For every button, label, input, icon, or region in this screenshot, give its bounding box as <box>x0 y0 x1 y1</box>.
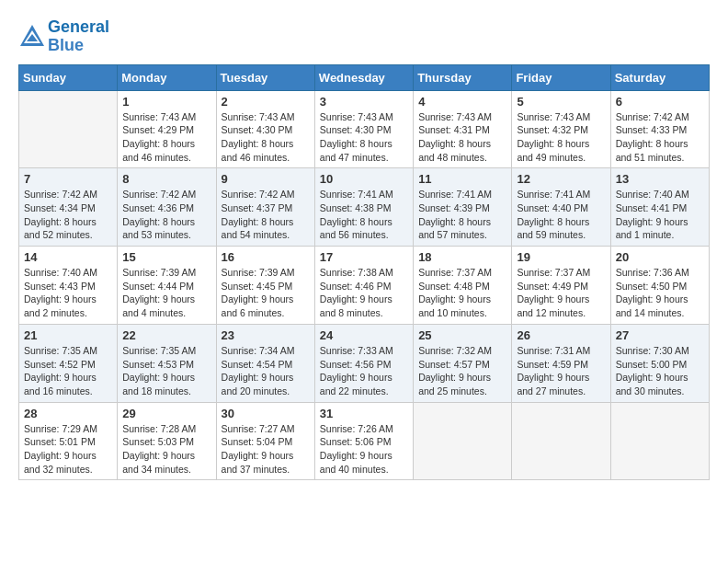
day-number: 6 <box>616 95 704 109</box>
day-number: 29 <box>122 407 210 420</box>
calendar-cell: 7Sunrise: 7:42 AMSunset: 4:34 PMDaylight… <box>19 168 118 247</box>
day-info: Sunrise: 7:35 AMSunset: 4:53 PMDaylight:… <box>122 344 210 398</box>
calendar-cell: 21Sunrise: 7:35 AMSunset: 4:52 PMDayligh… <box>19 324 118 402</box>
calendar-cell: 1Sunrise: 7:43 AMSunset: 4:29 PMDaylight… <box>118 90 216 168</box>
day-number: 8 <box>122 172 210 186</box>
calendar-cell: 23Sunrise: 7:34 AMSunset: 4:54 PMDayligh… <box>216 324 314 402</box>
calendar-cell: 27Sunrise: 7:30 AMSunset: 5:00 PMDayligh… <box>610 324 709 402</box>
calendar-cell: 4Sunrise: 7:43 AMSunset: 4:31 PMDaylight… <box>414 90 512 168</box>
day-info: Sunrise: 7:40 AMSunset: 4:43 PMDaylight:… <box>24 266 112 320</box>
calendar-cell: 3Sunrise: 7:43 AMSunset: 4:30 PMDaylight… <box>314 90 413 168</box>
day-info: Sunrise: 7:28 AMSunset: 5:03 PMDaylight:… <box>122 422 210 477</box>
calendar-cell: 22Sunrise: 7:35 AMSunset: 4:53 PMDayligh… <box>118 324 216 402</box>
day-info: Sunrise: 7:41 AMSunset: 4:38 PMDaylight:… <box>320 188 408 242</box>
day-info: Sunrise: 7:41 AMSunset: 4:40 PMDaylight:… <box>517 188 605 242</box>
weekday-header-wednesday: Wednesday <box>314 64 413 90</box>
weekday-header-friday: Friday <box>512 64 610 90</box>
day-number: 1 <box>122 95 210 109</box>
day-info: Sunrise: 7:40 AMSunset: 4:41 PMDaylight:… <box>616 188 704 242</box>
calendar-cell: 28Sunrise: 7:29 AMSunset: 5:01 PMDayligh… <box>19 402 118 480</box>
day-number: 9 <box>222 172 310 186</box>
calendar-cell: 6Sunrise: 7:42 AMSunset: 4:33 PMDaylight… <box>610 90 709 168</box>
logo-text: GeneralBlue <box>48 18 109 55</box>
day-number: 4 <box>418 95 506 109</box>
day-info: Sunrise: 7:42 AMSunset: 4:36 PMDaylight:… <box>122 188 210 242</box>
day-info: Sunrise: 7:43 AMSunset: 4:31 PMDaylight:… <box>418 110 506 165</box>
calendar-cell: 12Sunrise: 7:41 AMSunset: 4:40 PMDayligh… <box>512 168 610 247</box>
day-info: Sunrise: 7:30 AMSunset: 5:00 PMDaylight:… <box>616 344 704 398</box>
calendar-week-5: 28Sunrise: 7:29 AMSunset: 5:01 PMDayligh… <box>19 402 710 480</box>
calendar-cell: 15Sunrise: 7:39 AMSunset: 4:44 PMDayligh… <box>118 247 216 325</box>
calendar-week-1: 1Sunrise: 7:43 AMSunset: 4:29 PMDaylight… <box>19 90 710 168</box>
logo-icon <box>18 23 46 51</box>
day-info: Sunrise: 7:32 AMSunset: 4:57 PMDaylight:… <box>418 344 506 398</box>
weekday-header-row: SundayMondayTuesdayWednesdayThursdayFrid… <box>19 64 710 90</box>
calendar-cell: 30Sunrise: 7:27 AMSunset: 5:04 PMDayligh… <box>216 402 314 480</box>
weekday-header-tuesday: Tuesday <box>216 64 314 90</box>
day-number: 22 <box>122 328 210 342</box>
day-number: 12 <box>517 172 605 186</box>
day-number: 31 <box>320 407 408 420</box>
calendar-table: SundayMondayTuesdayWednesdayThursdayFrid… <box>18 64 710 481</box>
weekday-header-thursday: Thursday <box>414 64 512 90</box>
day-info: Sunrise: 7:37 AMSunset: 4:49 PMDaylight:… <box>517 266 605 320</box>
day-number: 28 <box>24 407 112 420</box>
day-info: Sunrise: 7:26 AMSunset: 5:06 PMDaylight:… <box>320 422 408 477</box>
day-info: Sunrise: 7:39 AMSunset: 4:44 PMDaylight:… <box>122 266 210 320</box>
calendar-cell <box>414 402 512 480</box>
day-number: 25 <box>418 328 506 342</box>
calendar-cell: 31Sunrise: 7:26 AMSunset: 5:06 PMDayligh… <box>314 402 413 480</box>
day-info: Sunrise: 7:34 AMSunset: 4:54 PMDaylight:… <box>222 344 310 398</box>
weekday-header-saturday: Saturday <box>610 64 709 90</box>
page-header: GeneralBlue <box>18 18 710 55</box>
calendar-week-4: 21Sunrise: 7:35 AMSunset: 4:52 PMDayligh… <box>19 324 710 402</box>
calendar-cell: 14Sunrise: 7:40 AMSunset: 4:43 PMDayligh… <box>19 247 118 325</box>
day-number: 21 <box>24 328 112 342</box>
day-info: Sunrise: 7:38 AMSunset: 4:46 PMDaylight:… <box>320 266 408 320</box>
day-number: 15 <box>122 250 210 264</box>
day-number: 17 <box>320 250 408 264</box>
calendar-cell: 16Sunrise: 7:39 AMSunset: 4:45 PMDayligh… <box>216 247 314 325</box>
day-info: Sunrise: 7:33 AMSunset: 4:56 PMDaylight:… <box>320 344 408 398</box>
day-info: Sunrise: 7:42 AMSunset: 4:33 PMDaylight:… <box>616 110 704 165</box>
day-info: Sunrise: 7:27 AMSunset: 5:04 PMDaylight:… <box>222 422 310 477</box>
calendar-cell: 24Sunrise: 7:33 AMSunset: 4:56 PMDayligh… <box>314 324 413 402</box>
day-number: 11 <box>418 172 506 186</box>
calendar-cell: 17Sunrise: 7:38 AMSunset: 4:46 PMDayligh… <box>314 247 413 325</box>
logo: GeneralBlue <box>18 18 109 55</box>
day-number: 26 <box>517 328 605 342</box>
calendar-cell: 25Sunrise: 7:32 AMSunset: 4:57 PMDayligh… <box>414 324 512 402</box>
day-number: 20 <box>616 250 704 264</box>
calendar-cell: 9Sunrise: 7:42 AMSunset: 4:37 PMDaylight… <box>216 168 314 247</box>
calendar-cell: 26Sunrise: 7:31 AMSunset: 4:59 PMDayligh… <box>512 324 610 402</box>
weekday-header-monday: Monday <box>118 64 216 90</box>
day-number: 27 <box>616 328 704 342</box>
day-info: Sunrise: 7:43 AMSunset: 4:29 PMDaylight:… <box>122 110 210 165</box>
day-number: 2 <box>222 95 310 109</box>
calendar-cell: 29Sunrise: 7:28 AMSunset: 5:03 PMDayligh… <box>118 402 216 480</box>
calendar-cell <box>610 402 709 480</box>
day-number: 3 <box>320 95 408 109</box>
day-info: Sunrise: 7:36 AMSunset: 4:50 PMDaylight:… <box>616 266 704 320</box>
day-info: Sunrise: 7:31 AMSunset: 4:59 PMDaylight:… <box>517 344 605 398</box>
day-info: Sunrise: 7:42 AMSunset: 4:34 PMDaylight:… <box>24 188 112 242</box>
day-number: 14 <box>24 250 112 264</box>
day-number: 19 <box>517 250 605 264</box>
day-info: Sunrise: 7:43 AMSunset: 4:30 PMDaylight:… <box>320 110 408 165</box>
day-number: 10 <box>320 172 408 186</box>
day-info: Sunrise: 7:42 AMSunset: 4:37 PMDaylight:… <box>222 188 310 242</box>
day-number: 7 <box>24 172 112 186</box>
calendar-cell: 10Sunrise: 7:41 AMSunset: 4:38 PMDayligh… <box>314 168 413 247</box>
day-number: 18 <box>418 250 506 264</box>
day-number: 5 <box>517 95 605 109</box>
day-info: Sunrise: 7:29 AMSunset: 5:01 PMDaylight:… <box>24 422 112 477</box>
calendar-cell <box>512 402 610 480</box>
day-number: 16 <box>222 250 310 264</box>
day-number: 24 <box>320 328 408 342</box>
calendar-cell: 18Sunrise: 7:37 AMSunset: 4:48 PMDayligh… <box>414 247 512 325</box>
day-info: Sunrise: 7:43 AMSunset: 4:30 PMDaylight:… <box>222 110 310 165</box>
day-info: Sunrise: 7:39 AMSunset: 4:45 PMDaylight:… <box>222 266 310 320</box>
calendar-cell: 13Sunrise: 7:40 AMSunset: 4:41 PMDayligh… <box>610 168 709 247</box>
calendar-cell: 2Sunrise: 7:43 AMSunset: 4:30 PMDaylight… <box>216 90 314 168</box>
calendar-cell: 11Sunrise: 7:41 AMSunset: 4:39 PMDayligh… <box>414 168 512 247</box>
